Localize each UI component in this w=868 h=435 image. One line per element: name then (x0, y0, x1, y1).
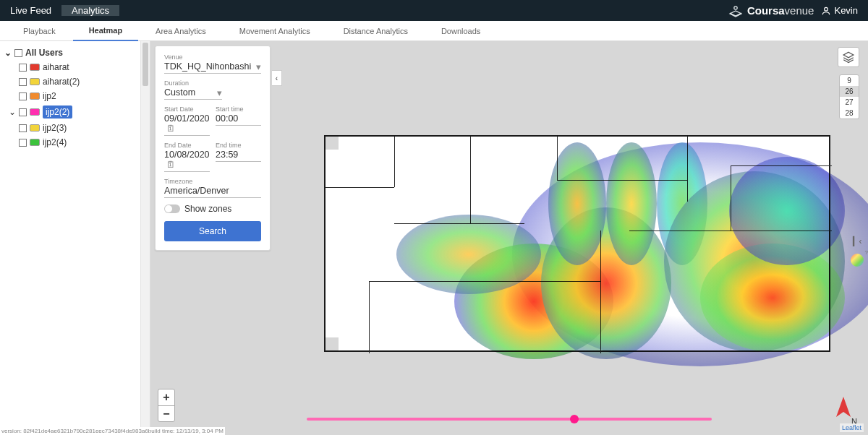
tree-user-3[interactable]: ⌄ijp2(2) (3, 103, 137, 121)
start-date-label: Start Date (164, 105, 210, 113)
tz-select[interactable]: America/Denver (164, 186, 261, 198)
duration-select[interactable]: Custom▾ (164, 87, 222, 100)
floor-picker: 9262728 (839, 74, 859, 119)
chevron-down-icon: ⌄ (9, 107, 16, 117)
floorplan (324, 135, 830, 352)
user-label: aiharat (43, 62, 69, 72)
tree-user-1[interactable]: aiharat(2) (3, 74, 137, 89)
subnav-movement[interactable]: Movement Analytics (224, 21, 326, 41)
checkbox-user[interactable] (19, 64, 27, 72)
subnav-heatmap[interactable]: Heatmap (73, 21, 138, 41)
user-label: ijp2(3) (43, 123, 67, 133)
user-color-swatch (30, 64, 40, 71)
tree-user-5[interactable]: ijp2(4) (3, 135, 137, 150)
brand-logo: Coursavenue (727, 4, 814, 18)
chevron-down-icon: ⌄ (4, 48, 12, 58)
venue-label: Venue (164, 53, 261, 61)
end-time-input[interactable]: 23:59 (216, 150, 261, 162)
time-slider[interactable] (307, 418, 712, 421)
slider-handle[interactable] (570, 415, 579, 423)
user-color-swatch (30, 108, 40, 116)
start-time-input[interactable]: 00:00 (216, 113, 261, 126)
user-color-swatch (30, 124, 40, 132)
venue-select[interactable]: TDK_HQ_Nihonbashi▾ (164, 61, 261, 74)
sidebar-scrollbar[interactable] (141, 41, 150, 435)
user-menu[interactable]: Kevin (821, 5, 858, 16)
floor-option-26[interactable]: 26 (840, 86, 859, 97)
checkbox-user[interactable] (19, 92, 27, 100)
map-viewport[interactable]: Venue TDK_HQ_Nihonbashi▾ Duration Custom… (150, 41, 868, 435)
user-label: aiharat(2) (43, 77, 80, 87)
panel-collapse-button[interactable]: ‹ (272, 70, 282, 86)
subnav-playback[interactable]: Playback (7, 21, 72, 41)
checkbox-user[interactable] (19, 139, 27, 147)
tree-all-users[interactable]: ⌄ All Users (3, 46, 137, 60)
sub-nav: Playback Heatmap Area Analytics Movement… (0, 21, 868, 41)
top-bar: Live Feed Analytics Coursavenue Kevin (0, 0, 868, 21)
checkbox-user[interactable] (19, 78, 27, 86)
floor-option-27[interactable]: 27 (840, 97, 859, 108)
user-name: Kevin (834, 5, 858, 16)
subnav-distance[interactable]: Distance Analytics (328, 21, 424, 41)
brand-strong: Coursa (747, 4, 785, 17)
user-label: ijp2(4) (43, 137, 67, 147)
logo-icon (727, 4, 744, 18)
user-tree-sidebar: ⌄ All Users aiharataiharat(2)ijp2⌄ijp2(2… (0, 41, 141, 435)
heatmap-legend-button[interactable]: ? (851, 254, 864, 267)
user-label: ijp2(2) (43, 105, 72, 119)
start-time-label: Start time (216, 105, 261, 113)
subnav-area[interactable]: Area Analytics (140, 21, 222, 41)
checkbox-all[interactable] (14, 49, 22, 57)
tab-live-feed[interactable]: Live Feed (0, 5, 61, 16)
svg-point-0 (734, 6, 737, 9)
floor-option-9[interactable]: 9 (840, 75, 859, 86)
floor-option-28[interactable]: 28 (840, 108, 859, 119)
tree-parent-label: All Users (25, 48, 63, 58)
tz-label: Timezone (164, 178, 261, 185)
tree-user-0[interactable]: aiharat (3, 60, 137, 74)
brand-light: venue (785, 4, 814, 17)
duration-label: Duration (164, 79, 261, 87)
end-time-label: End time (216, 142, 261, 149)
checkbox-user[interactable] (19, 108, 27, 116)
calendar-icon: 🗓 (166, 160, 176, 170)
calendar-icon: 🗓 (166, 124, 176, 134)
user-color-swatch (30, 139, 40, 146)
chevron-down-icon: ▾ (256, 61, 261, 72)
user-label: ijp2 (43, 91, 56, 101)
zoom-control: + − (158, 389, 175, 422)
show-zones-label: Show zones (184, 204, 231, 214)
tree-user-4[interactable]: ijp2(3) (3, 121, 137, 135)
checkbox-user[interactable] (19, 124, 27, 132)
tree-user-2[interactable]: ijp2 (3, 89, 137, 103)
user-color-swatch (30, 92, 40, 100)
map-attribution[interactable]: Leaflet (840, 423, 864, 432)
chevron-down-icon: ▾ (217, 87, 222, 98)
filter-panel: Venue TDK_HQ_Nihonbashi▾ Duration Custom… (155, 46, 271, 251)
layers-button[interactable] (838, 47, 859, 67)
svg-point-1 (825, 7, 828, 11)
chevron-left-icon: ‹ (276, 74, 278, 82)
build-version: version: 82f421de4ae6321b790c281eec73438… (0, 427, 225, 435)
collapse-right-icon[interactable]: ▎‹ (853, 236, 862, 246)
end-date-input[interactable]: 10/08/2020🗓 (164, 150, 210, 172)
heatmap-gradient-icon (851, 254, 864, 267)
subnav-downloads[interactable]: Downloads (425, 21, 496, 41)
search-button[interactable]: Search (164, 221, 261, 241)
start-date-input[interactable]: 09/01/2020🗓 (164, 113, 210, 136)
zoom-out-button[interactable]: − (158, 405, 174, 421)
user-icon (821, 6, 831, 16)
show-zones-toggle[interactable] (164, 204, 180, 213)
user-color-swatch (30, 78, 40, 85)
tab-analytics[interactable]: Analytics (61, 5, 119, 16)
help-icon: ? (865, 249, 868, 256)
end-date-label: End Date (164, 142, 210, 149)
zoom-in-button[interactable]: + (158, 389, 174, 405)
layers-icon (842, 51, 855, 64)
